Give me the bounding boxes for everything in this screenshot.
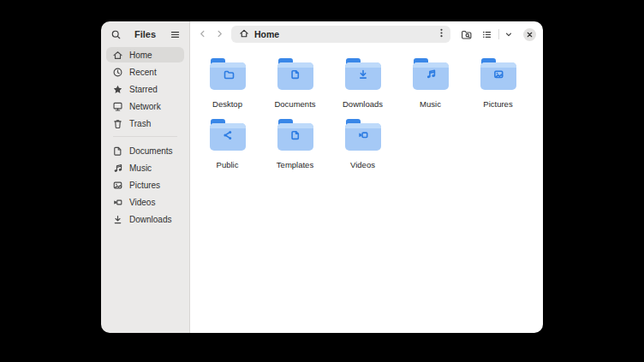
network-icon	[112, 101, 123, 112]
folder-icon	[345, 119, 381, 155]
chevron-down-icon	[504, 30, 513, 39]
folder-item-documents[interactable]: Documents	[261, 58, 329, 119]
sidebar-headerbar: Files	[101, 21, 189, 47]
desktop-background: Files HomeRecentStarredNetworkTrashDocum…	[0, 0, 644, 362]
clock-icon	[112, 67, 123, 78]
sidebar-separator	[113, 136, 177, 137]
folder-icon	[210, 58, 246, 94]
sidebar-item-label: Pictures	[129, 181, 160, 190]
document-icon	[112, 145, 123, 157]
sidebar-item-label: Home	[129, 50, 152, 60]
path-bar[interactable]: Home	[231, 26, 450, 43]
header-actions	[457, 26, 536, 43]
path-location: Home	[239, 27, 429, 42]
sidebar-item-label: Trash	[129, 119, 151, 128]
sidebar-item-trash[interactable]: Trash	[106, 116, 184, 131]
folder-item-videos[interactable]: Videos	[329, 119, 397, 180]
trash-icon	[112, 118, 123, 129]
back-button[interactable]	[194, 27, 210, 42]
sidebar-item-home[interactable]: Home	[106, 47, 184, 62]
folder-label: Templates	[277, 160, 313, 169]
sidebar: Files HomeRecentStarredNetworkTrashDocum…	[101, 21, 190, 333]
folder-item-public[interactable]: Public	[194, 119, 261, 180]
sidebar-item-documents[interactable]: Documents	[106, 143, 184, 158]
folder-item-templates[interactable]: Templates	[261, 119, 329, 180]
sidebar-item-label: Documents	[129, 146, 173, 156]
sidebar-item-label: Music	[129, 163, 152, 173]
folder-icon	[210, 119, 246, 155]
download-icon	[112, 214, 123, 225]
music-icon	[112, 163, 123, 174]
search-folder-button[interactable]	[457, 26, 474, 43]
path-menu-button[interactable]	[434, 27, 448, 41]
close-button[interactable]	[523, 28, 536, 41]
folder-icon	[277, 58, 313, 94]
sidebar-item-videos[interactable]: Videos	[106, 194, 184, 210]
hamburger-menu-icon	[170, 29, 181, 40]
picture-icon	[112, 180, 123, 191]
main-pane: Home	[190, 21, 543, 333]
sidebar-item-recent[interactable]: Recent	[106, 64, 184, 80]
sidebar-item-label: Downloads	[129, 215, 171, 224]
folder-label: Downloads	[343, 99, 383, 109]
star-icon	[112, 84, 123, 95]
sidebar-item-label: Videos	[129, 198, 155, 207]
folder-icon	[345, 58, 381, 94]
sidebar-item-music[interactable]: Music	[106, 160, 184, 175]
search-button[interactable]	[107, 26, 124, 43]
video-icon	[112, 197, 123, 208]
folder-search-icon	[461, 29, 472, 40]
search-icon	[110, 29, 122, 40]
folder-icon	[277, 119, 313, 155]
sidebar-list: HomeRecentStarredNetworkTrashDocumentsMu…	[101, 47, 189, 228]
kebab-menu-icon	[436, 27, 447, 42]
folder-label: Music	[420, 99, 441, 109]
sidebar-item-pictures[interactable]: Pictures	[106, 177, 184, 193]
files-window: Files HomeRecentStarredNetworkTrashDocum…	[101, 21, 543, 333]
sidebar-item-label: Starred	[129, 85, 158, 94]
folder-label: Public	[217, 160, 239, 169]
main-headerbar: Home	[190, 21, 543, 47]
folder-icon	[480, 58, 516, 94]
view-list-button[interactable]	[478, 26, 495, 43]
folder-icon	[413, 58, 449, 94]
folder-label: Videos	[350, 160, 375, 169]
folder-label: Pictures	[483, 99, 512, 109]
sidebar-item-downloads[interactable]: Downloads	[106, 211, 184, 227]
close-icon	[526, 27, 534, 42]
folder-item-music[interactable]: Music	[397, 58, 464, 119]
sidebar-item-label: Network	[129, 102, 161, 111]
home-icon	[239, 27, 249, 42]
view-list-icon	[481, 29, 492, 40]
folder-item-downloads[interactable]: Downloads	[329, 58, 397, 119]
forward-button[interactable]	[212, 27, 227, 42]
folder-label: Documents	[274, 99, 315, 109]
folder-item-desktop[interactable]: Desktop	[194, 58, 261, 119]
home-icon	[112, 50, 123, 61]
main-menu-button[interactable]	[166, 26, 183, 43]
chevron-left-icon	[198, 27, 207, 42]
path-location-label: Home	[254, 29, 279, 39]
sidebar-item-network[interactable]: Network	[106, 98, 184, 114]
folder-item-pictures[interactable]: Pictures	[464, 58, 532, 119]
divider	[498, 29, 499, 39]
window-title: Files	[124, 29, 166, 39]
view-options-button[interactable]	[503, 26, 515, 43]
folder-label: Desktop	[212, 99, 242, 109]
chevron-right-icon	[215, 27, 224, 42]
sidebar-item-starred[interactable]: Starred	[106, 81, 184, 97]
folder-grid: Desktop Documents Downloads Music Pictur…	[190, 47, 543, 180]
sidebar-item-label: Recent	[129, 68, 157, 77]
